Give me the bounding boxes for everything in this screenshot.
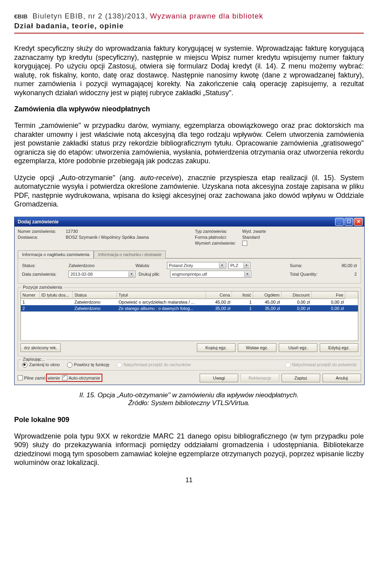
fieldset-zapisujac: Zapisując... Zamknij to okno Powtórz tę … bbox=[18, 359, 361, 370]
grid-header-row: Numer ID tytułu dos... Status Tytuł Cena… bbox=[21, 291, 358, 299]
button-anuluj[interactable]: Anuluj bbox=[322, 374, 361, 382]
col-status[interactable]: Status bbox=[73, 291, 117, 299]
value-forma-platnosci: Standard bbox=[242, 235, 260, 240]
cell-numer: 1 bbox=[21, 299, 40, 305]
checkbox-wymien[interactable] bbox=[242, 241, 247, 246]
label-total-quantity: Total Quantity: bbox=[290, 272, 333, 276]
select-waluta[interactable]: Poland Zloty ▾ bbox=[167, 262, 226, 269]
label-numer-zamowienia: Numer zamówienia: bbox=[18, 229, 66, 234]
minimize-button[interactable]: _ bbox=[335, 218, 344, 226]
cell-ilosc: 1 bbox=[232, 305, 253, 312]
col-ogolem[interactable]: Ogółem bbox=[253, 291, 282, 299]
radio-icon bbox=[117, 362, 122, 368]
close-button[interactable]: ✕ bbox=[354, 218, 363, 226]
value-suma: 80,00 zł bbox=[333, 263, 357, 268]
col-tytul[interactable]: Tytuł bbox=[117, 291, 206, 299]
legend-pozycje: Pozycje zamówienia bbox=[21, 285, 64, 289]
value-numer-zamowienia: 12730 bbox=[66, 229, 78, 234]
select-waluta-code[interactable]: PLZ ▾ bbox=[228, 262, 250, 269]
cell-ogolem: 45,00 zł bbox=[253, 299, 282, 305]
cell-tytul: Opowieść o arcydziełach malarstwa / ... bbox=[117, 299, 206, 305]
radio-zamknij-okno[interactable]: Zamknij to okno bbox=[22, 362, 60, 368]
value-dostawca: BOSZ Szymanik i Wspólnicy Spółka Jawna bbox=[66, 235, 149, 240]
logo-text: €BIB bbox=[14, 13, 28, 20]
grid-pozycje: Numer ID tytułu dos... Status Tytuł Cena… bbox=[20, 291, 358, 341]
heading-zamowienia: Zamówienia dla wpływów nieodpłatnych bbox=[14, 105, 364, 113]
dialog-dodaj-zamowienie: Dodaj zamówienie _ ☐ ✕ Numer zamówienia:… bbox=[14, 217, 365, 385]
maximize-button[interactable]: ☐ bbox=[345, 218, 353, 226]
chevron-down-icon: ▾ bbox=[244, 271, 250, 277]
radio-przejdz-rachunki: Natychmiast przejdź do rachunków bbox=[117, 362, 191, 368]
label-wymien-zamowienie: Wymień zamówienie: bbox=[195, 241, 242, 245]
col-ilosc[interactable]: Ilość bbox=[232, 291, 253, 299]
button-wstaw-egz[interactable]: Wstaw egz. bbox=[238, 343, 276, 352]
chevron-down-icon: ▾ bbox=[219, 263, 225, 268]
select-waluta-code-text: PLZ bbox=[230, 263, 238, 268]
checkbox-pilne-zamowienie[interactable]: Pilne zamó bbox=[18, 375, 46, 380]
radio-powtorz-funkcje[interactable]: Powtórz tę funkcję bbox=[67, 362, 109, 368]
button-zapisz[interactable]: Zapisz bbox=[282, 374, 320, 382]
fieldset-pozycje: Pozycje zamówienia Numer ID tytułu dos..… bbox=[18, 288, 361, 356]
grid-row-selected[interactable]: 2 Zatwierdzono Ze starego albumu : o daw… bbox=[21, 305, 358, 312]
radio-label: Natychmiast przejdź do rachunków bbox=[124, 362, 191, 367]
page-number: 11 bbox=[14, 477, 364, 484]
col-id[interactable]: ID tytułu dos... bbox=[40, 291, 73, 299]
radio-icon bbox=[285, 362, 291, 368]
label-typ-zamowienia: Typ zamówienia: bbox=[195, 229, 242, 234]
label-suma: Suma: bbox=[290, 263, 333, 268]
value-typ-zamowienia: Wyd. zwarte bbox=[242, 229, 266, 234]
checkbox-auto-otrzymanie[interactable]: ✓ Auto-otrzymanie bbox=[62, 375, 100, 380]
value-drukuj-plik: engmonprintpo.utf bbox=[172, 272, 207, 276]
value-status: Zatwierdzono bbox=[69, 263, 135, 268]
label-pilne-tail: wienie bbox=[48, 376, 60, 380]
cell-discount: 0,00 zł bbox=[282, 299, 311, 305]
paragraph-2: Termin „zamówienie" w przypadku darów, w… bbox=[14, 121, 364, 166]
page-header: €BIB Biuletyn EBIB, nr 2 (138)/2013, Wyz… bbox=[14, 12, 364, 34]
cell-fee: 0,00 zł bbox=[311, 299, 345, 305]
label-data-zamowienia: Data zamówienia: bbox=[22, 272, 69, 276]
label-pilne-partial: Pilne zamó bbox=[24, 376, 46, 380]
highlight-auto-otrzymanie: wienie ✓ Auto-otrzymanie bbox=[46, 374, 102, 382]
select-data[interactable]: 2013-02-08 ▾ bbox=[69, 271, 135, 278]
col-discount[interactable]: Discount bbox=[282, 291, 311, 299]
button-kopiuj-egz[interactable]: Kopiuj egz. bbox=[197, 343, 235, 352]
select-drukuj-plik[interactable]: engmonprintpo.utf ▾ bbox=[170, 271, 251, 278]
button-skrocony-rekord[interactable]: órz skrócony rek. bbox=[20, 343, 61, 352]
paragraph-1: Kredyt specyficzny służy do wprowadzania… bbox=[14, 44, 364, 97]
cell-ilosc: 1 bbox=[232, 299, 253, 305]
journal-theme: Wyzwania prawne dla bibliotek bbox=[150, 12, 263, 20]
label-waluta: Waluta: bbox=[135, 263, 167, 268]
grid-row[interactable]: 1 Zatwierdzono Opowieść o arcydziełach m… bbox=[21, 299, 358, 305]
cell-numer: 2 bbox=[21, 305, 40, 312]
chevron-down-icon: ▾ bbox=[128, 271, 134, 277]
button-uwagi[interactable]: Uwagi bbox=[200, 374, 238, 382]
legend-zapisujac: Zapisując... bbox=[21, 357, 46, 361]
tab-naglowek[interactable]: Informacja o nagłówku zamówienia bbox=[18, 251, 94, 258]
radio-icon bbox=[22, 362, 28, 368]
col-numer[interactable]: Numer bbox=[21, 291, 40, 299]
button-usun-egz[interactable]: Usuń egz. bbox=[279, 343, 317, 352]
label-status: Status: bbox=[22, 263, 69, 268]
radio-label: Natychmiast przejdź do potwierdz bbox=[292, 362, 357, 367]
radio-przejdz-potwierdz: Natychmiast przejdź do potwierdz bbox=[285, 362, 357, 368]
panel-naglowek: Status: Zatwierdzono Waluta: Poland Zlot… bbox=[18, 258, 361, 284]
chevron-down-icon: ▾ bbox=[243, 263, 249, 268]
cell-cena: 35,00 zł bbox=[206, 305, 232, 312]
figure-caption: Il. 15. Opcja „Auto-otrzymanie" w zamówi… bbox=[14, 391, 364, 407]
checkbox-icon-checked: ✓ bbox=[62, 375, 67, 380]
col-fee[interactable]: Fee bbox=[311, 291, 345, 299]
cell-tytul: Ze starego albumu : o dawnych fotog... bbox=[117, 305, 206, 312]
cell-status: Zatwierdzono bbox=[73, 299, 117, 305]
cell-discount: 0,00 zł bbox=[282, 305, 311, 312]
label-forma-platnosci: Forma płatności: bbox=[195, 235, 242, 240]
cell-ogolem: 35,00 zł bbox=[253, 305, 282, 312]
button-edytuj-egz[interactable]: Edytuj egz. bbox=[320, 343, 358, 352]
col-cena[interactable]: Cena bbox=[206, 291, 232, 299]
window-title: Dodaj zamówienie bbox=[18, 219, 335, 225]
label-drukuj-plik: Drukuj plik: bbox=[139, 272, 170, 276]
label-dostawca: Dostawca: bbox=[18, 235, 66, 240]
tab-rachunek-dostawa[interactable]: Informacja o rachunku i dostawie bbox=[94, 251, 166, 258]
select-waluta-text: Poland Zloty bbox=[169, 263, 193, 268]
titlebar[interactable]: Dodaj zamówienie _ ☐ ✕ bbox=[15, 217, 364, 227]
cell-id bbox=[40, 305, 73, 312]
